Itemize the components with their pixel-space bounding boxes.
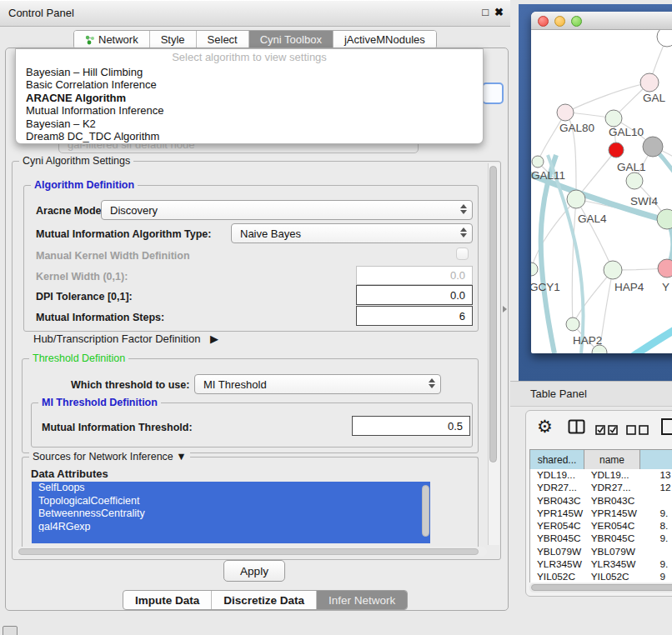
settings-horizontal-scrollbar-thumb[interactable] (18, 548, 479, 555)
attribute-item[interactable]: TopologicalCoefficient (32, 495, 430, 508)
algorithm-option[interactable]: Mutual Information Inference (16, 104, 483, 117)
column-header-name[interactable]: name (584, 450, 640, 470)
table-row[interactable]: YBR045CYBR045C9. (530, 532, 672, 545)
network-node[interactable] (643, 137, 663, 157)
table-row[interactable]: YPR145WYPR145W9. (530, 508, 672, 520)
table-row[interactable]: YBR043CYBR043C (530, 495, 672, 508)
algorithm-option[interactable]: Bayesian – K2 (16, 118, 483, 130)
attributes-scrollbar-thumb[interactable] (422, 485, 429, 537)
mi-steps-field[interactable]: 6 (356, 306, 473, 326)
attribute-item[interactable]: gal4RGexp (32, 521, 430, 532)
table-row[interactable]: YDL19...YDL19...13 (530, 469, 672, 482)
network-node-hap4[interactable] (604, 261, 622, 279)
split-columns-icon[interactable] (568, 419, 585, 438)
table-row[interactable]: YDR27...YDR27...12 (530, 482, 672, 494)
node-label: Y (662, 281, 669, 293)
data-attributes-list[interactable]: SelfLoopsTopologicalCoefficientBetweenne… (32, 482, 430, 532)
gear-icon[interactable]: ⚙ (537, 418, 553, 436)
node-label: SWI4 (630, 195, 658, 208)
tab-bar: NetworkStyleSelectCyni ToolboxjActiveMNo… (73, 30, 437, 49)
bottom-tab-impute-data[interactable]: Impute Data (123, 591, 212, 609)
table-row[interactable]: YIL052CYIL052C9 (530, 571, 672, 582)
float-window-icon[interactable]: □ (482, 6, 489, 18)
table-row[interactable]: YBL079WYBL079W (530, 546, 672, 558)
node-label: GAL80 (559, 122, 594, 134)
network-node-gal4[interactable] (567, 190, 585, 208)
mi-type-combo[interactable]: Naive Bayes (231, 223, 473, 243)
table-cell: YPR145W (584, 508, 640, 520)
column-header-shared-[interactable]: shared... (530, 450, 584, 470)
manual-kernel-label: Manual Kernel Width Definition (36, 250, 190, 262)
data-attributes-label: Data Attributes (31, 468, 108, 480)
network-view-window[interactable]: GALGAL80GAL10GAL1SWI4GAL11GAL4GCY1HAP4YH… (531, 12, 672, 353)
table-cell: YER054C (530, 520, 584, 532)
network-node-gal11[interactable] (532, 156, 544, 168)
table-cell: YBL079W (584, 546, 640, 558)
checked-checkboxes-icon[interactable] (595, 423, 619, 438)
mi-steps-value: 6 (459, 310, 465, 322)
table-panel-header: Table Panel (510, 381, 672, 407)
tab-label: Network (98, 33, 138, 46)
network-node-gal80[interactable] (557, 104, 574, 121)
network-node-gal1[interactable] (609, 142, 624, 158)
tab-network[interactable]: Network (74, 31, 150, 48)
mac-close-icon[interactable] (538, 16, 549, 27)
network-node[interactable] (657, 209, 672, 229)
algorithm-option[interactable]: Bayesian – Hill Climbing (16, 66, 483, 78)
attribute-item[interactable]: BetweennessCentrality (32, 508, 430, 521)
mi-threshold-field[interactable]: 0.5 (352, 416, 470, 436)
close-panel-icon[interactable]: ✖ (494, 6, 504, 18)
network-canvas[interactable]: GALGAL80GAL10GAL1SWI4GAL11GAL4GCY1HAP4YH… (531, 30, 672, 353)
node-label: GAL4 (578, 212, 607, 225)
column-header-a[interactable]: A (640, 450, 672, 470)
kernel-width-field[interactable]: 0.0 (356, 266, 473, 285)
tab-cyni-toolbox[interactable]: Cyni Toolbox (249, 31, 333, 48)
aracne-mode-combo[interactable]: Discovery (101, 200, 473, 220)
table-horizontal-scrollbar-thumb[interactable] (531, 584, 672, 591)
tab-style[interactable]: Style (150, 31, 197, 48)
algorithm-option[interactable]: ARACNE Algorithm (16, 92, 483, 104)
bottom-tab-discretize-data[interactable]: Discretize Data (212, 591, 317, 609)
tab-label: Style (161, 33, 185, 46)
table-row[interactable]: YER054CYER054C8. (530, 520, 672, 532)
import-table-icon[interactable] (660, 418, 672, 439)
mac-minimize-icon[interactable] (554, 16, 565, 27)
table-panel-title: Table Panel (530, 388, 587, 400)
collapse-arrow-icon[interactable]: ▼ (176, 451, 186, 462)
inference-combo-fragment[interactable] (482, 82, 504, 104)
bottom-tab-bar: Impute DataDiscretize DataInfer Network (123, 590, 408, 610)
which-threshold-combo[interactable]: MI Threshold (194, 374, 441, 394)
sources-legend: Sources for Network Inference ▼ (29, 451, 190, 462)
algorithm-option[interactable]: Dream8 DC_TDC Algorithm (16, 130, 483, 142)
expand-arrow-icon[interactable]: ▶ (210, 332, 218, 345)
network-node-y[interactable] (658, 259, 672, 278)
mi-threshold-value: 0.5 (448, 420, 463, 432)
algorithm-option[interactable]: Basic Correlation Inference (16, 78, 483, 91)
table-cell: YDR27... (584, 482, 640, 494)
table-cell: YPR145W (530, 508, 584, 520)
unchecked-checkboxes-icon[interactable] (626, 423, 649, 438)
threshold-definition-legend: Threshold Definition (29, 352, 128, 364)
dpi-tolerance-value: 0.0 (450, 289, 465, 302)
network-window-titlebar[interactable] (531, 12, 672, 30)
network-node-hap2[interactable] (566, 318, 579, 331)
attribute-item[interactable]: SelfLoops (32, 482, 430, 495)
network-node-swi4[interactable] (626, 172, 643, 189)
mac-zoom-icon[interactable] (571, 16, 582, 27)
splitter-handle[interactable] (503, 306, 507, 312)
table-row[interactable]: YLR345WYLR345W9. (530, 558, 672, 571)
tab-select[interactable]: Select (197, 31, 249, 48)
hub-definition-toggle[interactable]: Hub/Transcription Factor Definition ▶ (33, 332, 218, 345)
network-node-gal[interactable] (640, 73, 659, 92)
mi-threshold-label: Mutual Information Threshold: (42, 422, 193, 433)
network-node-gcy1[interactable] (531, 262, 538, 276)
manual-kernel-checkbox[interactable] (456, 248, 469, 260)
bottom-tab-infer-network[interactable]: Infer Network (317, 591, 407, 609)
dpi-tolerance-field[interactable]: 0.0 (356, 285, 473, 305)
tab-jactivemnodules[interactable]: jActiveMNodules (333, 31, 436, 48)
network-node-gal10[interactable] (605, 110, 622, 127)
apply-button[interactable]: Apply (223, 560, 285, 582)
network-node[interactable] (657, 30, 672, 47)
settings-vertical-scrollbar-thumb[interactable] (489, 166, 497, 462)
minimized-panel-icon[interactable] (3, 626, 18, 635)
